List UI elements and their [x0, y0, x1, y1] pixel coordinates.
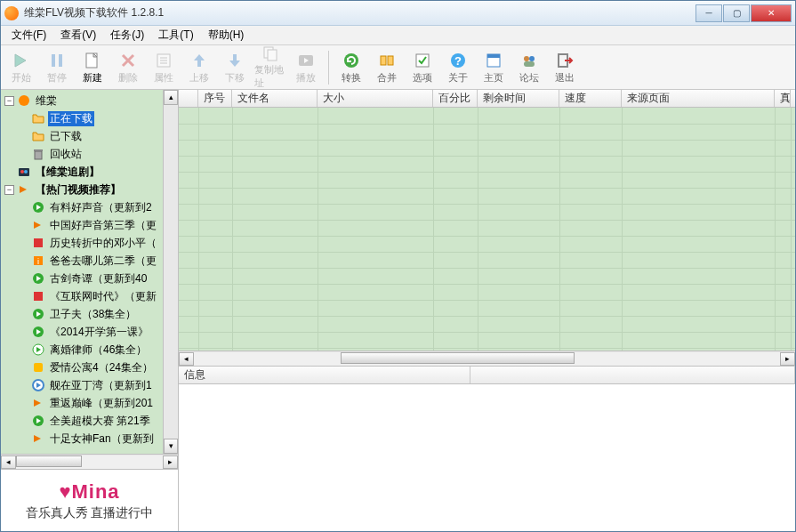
toolbar-label: 论坛	[519, 71, 539, 85]
column-header-6[interactable]: 速度	[559, 90, 622, 107]
tree-item-label: 《互联网时代》（更新	[48, 289, 158, 304]
tree-item-icon	[31, 343, 45, 357]
tree-item-3[interactable]: i爸爸去哪儿第二季（更	[1, 252, 178, 270]
tree-toggle-icon	[19, 221, 28, 230]
grid-hscroll[interactable]: ◂ ▸	[179, 351, 795, 366]
tree-item-label: 【维棠追剧】	[34, 165, 101, 180]
svg-point-27	[24, 170, 28, 173]
column-header-3[interactable]: 大小	[318, 90, 433, 107]
menu-file[interactable]: 文件(F)	[4, 26, 53, 44]
tree-recycle[interactable]: 回收站	[1, 145, 178, 163]
menu-help[interactable]: 帮助(H)	[201, 26, 252, 44]
tree-hot[interactable]: −【热门视频推荐】	[1, 181, 178, 198]
toolbar-主页[interactable]: 主页	[477, 48, 511, 87]
tree-item-label: 卫子夫（38集全）	[48, 307, 138, 322]
toolbar-icon	[118, 51, 138, 70]
tree-vscroll[interactable]: ▴▾	[163, 90, 178, 454]
tree-toggle-icon	[19, 256, 28, 266]
tree-item-icon	[17, 165, 31, 179]
toolbar-icon	[225, 51, 245, 70]
tree-item-label: 舰在亚丁湾（更新到1	[48, 378, 154, 393]
toolbar-icon	[12, 51, 31, 70]
column-header-8[interactable]: 真	[775, 90, 791, 107]
toolbar-复制地址: 复制地址	[253, 48, 287, 87]
toolbar: 开始暂停新建删除属性上移下移复制地址播放转换合并选项?关于主页论坛退出	[1, 45, 795, 90]
menu-task[interactable]: 任务(J)	[103, 26, 151, 44]
tree-root[interactable]: −维棠	[1, 92, 178, 109]
tree-downloading[interactable]: 正在下载	[1, 109, 178, 127]
tree-item-13[interactable]: 十足女神Fan（更新到	[1, 430, 178, 447]
tree-item-icon	[31, 289, 45, 303]
tree-toggle-icon	[19, 114, 28, 124]
tree-item-label: 十足女神Fan（更新到	[48, 431, 156, 447]
toolbar-删除: 删除	[111, 48, 145, 87]
toolbar-label: 退出	[555, 71, 575, 85]
tree-drama[interactable]: 【维棠追剧】	[1, 163, 178, 181]
column-header-7[interactable]: 来源页面	[622, 90, 775, 107]
tree-toggle-icon	[19, 345, 28, 355]
tree-item-icon	[31, 360, 45, 375]
tree-toggle-icon	[19, 292, 28, 302]
menu-view[interactable]: 查看(V)	[53, 26, 103, 44]
svg-rect-1	[59, 54, 62, 67]
tree-item-6[interactable]: 卫子夫（38集全）	[1, 305, 178, 323]
tree-item-9[interactable]: 爱情公寓4（24集全）	[1, 359, 178, 376]
tree-item-7[interactable]: 《2014开学第一课》	[1, 323, 178, 341]
tree-toggle-icon[interactable]: −	[4, 185, 14, 195]
svg-rect-25	[19, 168, 29, 176]
tree-item-2[interactable]: 历史转折中的邓小平（	[1, 234, 178, 252]
tree-item-label: 有料好声音（更新到2	[48, 200, 154, 215]
tree-item-4[interactable]: 古剑奇谭（更新到40	[1, 270, 178, 287]
toolbar-新建[interactable]: 新建	[76, 48, 109, 87]
svg-rect-37	[34, 363, 43, 372]
tree-toggle-icon	[19, 310, 28, 319]
menu-tools[interactable]: 工具(T)	[151, 26, 200, 44]
tree-toggle-icon[interactable]: −	[4, 96, 14, 106]
toolbar-icon	[519, 51, 539, 70]
download-grid[interactable]: 序号文件名大小百分比剩余时间速度来源页面真 ◂ ▸	[179, 90, 795, 367]
tree-item-label: 【热门视频推荐】	[34, 182, 123, 197]
tree-hscroll[interactable]: ◂ ▸	[1, 454, 178, 469]
column-header-2[interactable]: 文件名	[232, 90, 318, 107]
toolbar-关于[interactable]: ?关于	[441, 48, 475, 87]
tree-item-12[interactable]: 全美超模大赛 第21季	[1, 412, 178, 430]
grid-body	[179, 108, 795, 351]
tree-item-icon	[17, 93, 31, 108]
column-header-0[interactable]	[179, 90, 198, 107]
close-button[interactable]: ✕	[751, 4, 792, 22]
column-header-5[interactable]: 剩余时间	[478, 90, 559, 107]
toolbar-退出[interactable]: 退出	[548, 48, 582, 87]
tree-toggle-icon	[19, 434, 28, 444]
tree-item-icon	[31, 236, 45, 250]
maximize-button[interactable]: ▢	[723, 4, 750, 22]
toolbar-开始: 开始	[4, 48, 38, 87]
column-header-4[interactable]: 百分比	[433, 90, 478, 107]
ad-panel[interactable]: ♥Mina 音乐真人秀 直播进行中	[1, 469, 178, 531]
tree-item-11[interactable]: 重返巅峰（更新到201	[1, 394, 178, 412]
toolbar-label: 新建	[83, 71, 102, 85]
tree-item-0[interactable]: 有料好声音（更新到2	[1, 198, 178, 216]
toolbar-转换[interactable]: 转换	[334, 48, 368, 87]
toolbar-icon	[154, 51, 173, 70]
tree-item-label: 回收站	[48, 147, 84, 162]
tree-item-1[interactable]: 中国好声音第三季（更	[1, 216, 178, 234]
tree-item-label: 古剑奇谭（更新到40	[48, 271, 149, 286]
tree-item-8[interactable]: 离婚律师（46集全）	[1, 341, 178, 359]
toolbar-icon	[377, 51, 397, 70]
tree-item-label: 正在下载	[48, 111, 94, 126]
tree-item-10[interactable]: 舰在亚丁湾（更新到1	[1, 376, 178, 394]
tree-item-icon	[31, 111, 45, 125]
minimize-button[interactable]: ─	[695, 4, 722, 22]
toolbar-label: 转换	[342, 71, 361, 85]
toolbar-论坛[interactable]: 论坛	[512, 48, 546, 87]
tree-item-5[interactable]: 《互联网时代》（更新	[1, 287, 178, 305]
tree-view[interactable]: ▴▾ −维棠正在下载已下载回收站【维棠追剧】−【热门视频推荐】有料好声音（更新到…	[1, 90, 178, 454]
toolbar-合并[interactable]: 合并	[370, 48, 404, 87]
column-header-1[interactable]: 序号	[198, 90, 232, 107]
main-panel: 序号文件名大小百分比剩余时间速度来源页面真 ◂ ▸ 信息	[179, 90, 795, 531]
toolbar-选项[interactable]: 选项	[406, 48, 439, 87]
toolbar-icon	[189, 51, 209, 70]
tree-downloaded[interactable]: 已下载	[1, 127, 178, 145]
tree-item-icon	[31, 271, 45, 286]
info-header-label: 信息	[179, 367, 470, 383]
